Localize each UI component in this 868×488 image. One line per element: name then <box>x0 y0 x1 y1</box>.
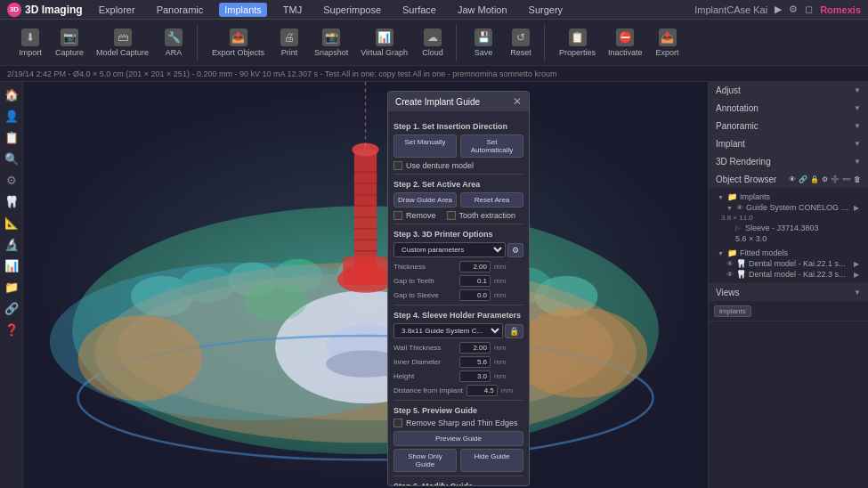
remove-checkbox[interactable] <box>393 211 402 220</box>
top-right-icon1[interactable]: ▶ <box>775 4 782 15</box>
tooth-extraction-checkbox[interactable] <box>447 211 456 220</box>
sidebar-user-icon[interactable]: 👤 <box>3 107 20 125</box>
show-only-guide-button[interactable]: Show Only Guide <box>393 449 457 472</box>
eye-icon[interactable]: 👁 <box>789 175 796 183</box>
dental-model-1[interactable]: 👁 🦷 Dental model - Kai.22.1 s... ▶ <box>714 258 863 269</box>
wall-thickness-input[interactable] <box>459 342 491 354</box>
implants-expand-icon: ▼ <box>718 194 725 200</box>
set-automatically-button[interactable]: Set Automatically <box>460 134 523 158</box>
gap-teeth-input[interactable] <box>459 275 491 287</box>
top-menu-bar: 3D 3D Imaging Explorer Panoramic Implant… <box>0 0 868 20</box>
dental-model-2[interactable]: 👁 🦷 Dental model - Kai.22.3 s... ▶ <box>714 269 863 280</box>
gap-sleeve-input[interactable] <box>459 289 491 301</box>
menu-surgery[interactable]: Surgery <box>523 3 569 17</box>
sidebar-help-icon[interactable]: ❓ <box>3 321 20 338</box>
toolbar-import-btn[interactable]: ⬇ Import <box>12 25 48 61</box>
annotation-header[interactable]: Annotation ▼ <box>709 100 868 117</box>
sep2 <box>393 224 523 224</box>
sidebar-settings-icon[interactable]: ⚙ <box>3 171 20 189</box>
toolbar-inactivate-btn[interactable]: ⛔ Inactivate <box>603 25 648 61</box>
wall-thickness-label: Wall Thickness <box>393 344 456 352</box>
viewport[interactable]: Create Implant Guide ✕ Step 1. Set Inser… <box>23 82 708 488</box>
top-right-icon3[interactable]: ◻ <box>805 4 813 15</box>
minus-icon[interactable]: ➖ <box>842 175 851 183</box>
step1-btn-row: Set Manually Set Automatically <box>393 134 523 158</box>
toolbar-capture-btn[interactable]: 📷 Capture <box>50 25 89 61</box>
sidebar-clipboard-icon[interactable]: 📋 <box>3 128 20 146</box>
set-manually-button[interactable]: Set Manually <box>393 134 457 158</box>
menu-explorer[interactable]: Explorer <box>93 3 141 17</box>
implants-folder-icon: 📁 <box>727 192 737 201</box>
lock-icon[interactable]: 🔒 <box>810 175 819 183</box>
hide-guide-button[interactable]: Hide Guide <box>460 449 523 472</box>
implants-view-tag[interactable]: implants <box>714 305 751 317</box>
sidebar-chart-icon[interactable]: 📊 <box>3 256 20 274</box>
dental-model2-eye-icon[interactable]: 👁 <box>726 271 734 279</box>
step5-btn-row2: Show Only Guide Hide Guide <box>393 449 523 472</box>
fitted-models-folder[interactable]: ▼ 📁 Fitted models <box>714 248 863 258</box>
dialog-title: Create Implant Guide <box>395 97 480 107</box>
menu-tmj[interactable]: TMJ <box>278 3 307 17</box>
toolbar-export-btn[interactable]: 📤 Export <box>650 25 685 61</box>
toolbar-snapshot-btn[interactable]: 📸 Snapshot <box>309 25 353 61</box>
sidebar-tooth-icon[interactable]: 🦷 <box>3 192 20 210</box>
preview-guide-button[interactable]: Preview Guide <box>393 431 523 446</box>
sleeve-system-select[interactable]: 3.8x11 Guide System C... <box>393 323 503 338</box>
app-logo-icon: 3D <box>7 3 21 17</box>
trash-icon[interactable]: 🗑 <box>854 175 861 183</box>
sidebar-search-icon[interactable]: 🔍 <box>3 150 20 167</box>
guide-system-item[interactable]: ▼ 👁 Guide System CONELOG SCREW-LINE Pro.… <box>714 202 863 213</box>
adjust-header[interactable]: Adjust ▼ <box>709 82 868 99</box>
object-browser-header[interactable]: Object Browser 👁 🔗 🔒 ⚙ ➕ ➖ 🗑 <box>709 171 868 188</box>
toolbar-model-capture-btn[interactable]: 🗃 Model Capture <box>91 25 154 61</box>
export-icon: 📤 <box>659 28 677 46</box>
reset-area-button[interactable]: Reset Area <box>460 192 523 207</box>
3d-rendering-header[interactable]: 3D Rendering ▼ <box>709 153 868 170</box>
remove-sharp-edges-checkbox[interactable] <box>393 419 402 427</box>
implant-header[interactable]: Implant ▼ <box>709 135 868 152</box>
dental-model1-eye-icon[interactable]: 👁 <box>726 260 734 268</box>
menu-surface[interactable]: Surface <box>397 3 442 17</box>
toolbar-virtual-graph-btn[interactable]: 📊 Virtual Graph <box>355 25 413 61</box>
implants-folder[interactable]: ▼ 📁 Implants <box>714 191 863 202</box>
top-right-icon2[interactable]: ⚙ <box>789 4 798 15</box>
menu-panoramic[interactable]: Panoramic <box>151 3 209 17</box>
plus-icon[interactable]: ➕ <box>831 175 840 183</box>
inner-diameter-input[interactable] <box>459 356 491 368</box>
toolbar-export-objects-btn[interactable]: 📤 Export Objects <box>207 25 270 61</box>
height-input[interactable] <box>459 370 491 382</box>
panoramic-section: Panoramic ▼ <box>709 118 868 135</box>
sleeve-lock-button[interactable]: 🔒 <box>505 324 523 338</box>
use-denture-model-checkbox[interactable] <box>393 161 402 170</box>
printer-options-settings-button[interactable]: ⚙ <box>507 243 523 257</box>
views-header[interactable]: Views ▼ <box>709 284 868 301</box>
sidebar-microscope-icon[interactable]: 🔬 <box>3 235 20 253</box>
menu-jaw-motion[interactable]: Jaw Motion <box>452 3 513 17</box>
toolbar-ara-btn[interactable]: 🔧 ARA <box>156 25 191 61</box>
link2-icon[interactable]: 🔗 <box>799 175 807 183</box>
thickness-input[interactable] <box>459 261 491 272</box>
dialog-close-button[interactable]: ✕ <box>513 95 522 108</box>
printer-options-select[interactable]: Custom parameters <box>393 242 506 257</box>
draw-guide-area-button[interactable]: Draw Guide Area <box>393 192 457 207</box>
toolbar-print-btn[interactable]: 🖨 Print <box>272 25 307 61</box>
sidebar-ruler-icon[interactable]: 📐 <box>3 214 20 232</box>
menu-implants[interactable]: Implants <box>219 3 267 17</box>
sleeve-item[interactable]: ▷ Sleeve - J3714.3803 <box>714 223 863 233</box>
distance-implant-input[interactable] <box>466 385 498 396</box>
panoramic-header[interactable]: Panoramic ▼ <box>709 118 868 134</box>
sleeve-size-item[interactable]: 5.6 × 3.0 <box>714 233 863 244</box>
gear2-icon[interactable]: ⚙ <box>822 175 828 183</box>
virtual-graph-label: Virtual Graph <box>361 48 408 57</box>
sidebar-home-icon[interactable]: 🏠 <box>3 85 20 103</box>
toolbar-cloud-btn[interactable]: ☁ Cloud <box>415 25 450 61</box>
implant-chevron-icon: ▼ <box>854 140 861 148</box>
sidebar-folder-icon[interactable]: 📁 <box>3 278 20 296</box>
guide-system-label: Guide System CONELOG SCREW-LINE Pro... <box>746 203 851 212</box>
sidebar-link-icon[interactable]: 🔗 <box>3 299 20 317</box>
guide-eye-icon[interactable]: 👁 <box>736 204 743 212</box>
toolbar-save-btn[interactable]: 💾 Save <box>466 25 501 61</box>
toolbar-properties-btn[interactable]: 📋 Properties <box>554 25 601 61</box>
toolbar-reset-btn[interactable]: ↺ Reset <box>503 25 539 61</box>
menu-superimpose[interactable]: Superimpose <box>318 3 386 17</box>
